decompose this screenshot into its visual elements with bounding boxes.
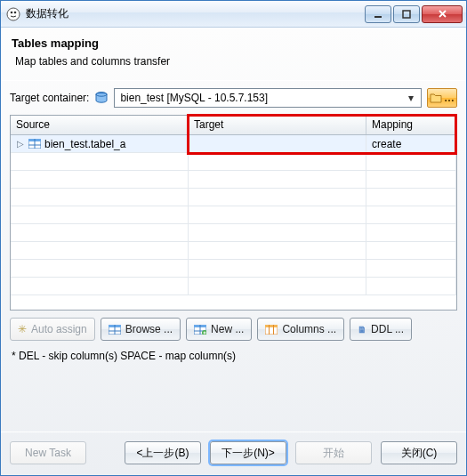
minimize-button[interactable]	[365, 5, 391, 23]
database-icon	[94, 91, 109, 105]
column-header-mapping[interactable]: Mapping	[366, 116, 456, 134]
target-container-label: Target container:	[10, 92, 89, 104]
window-title: 数据转化	[26, 6, 365, 21]
page-title: Tables mapping	[12, 36, 457, 50]
ddl-icon: 🗎	[358, 325, 366, 335]
svg-point-2	[14, 11, 17, 13]
table-row[interactable]: ▷ bien_test.tabel_a create	[11, 135, 456, 153]
close-button[interactable]: 关闭(C)	[381, 441, 457, 464]
back-button[interactable]: <上一步(B)	[125, 441, 201, 464]
expand-toggle-icon[interactable]: ▷	[16, 139, 25, 149]
columns-button[interactable]: Columns ...	[257, 318, 344, 341]
chevron-down-icon: ▾	[405, 92, 417, 104]
ddl-button[interactable]: 🗎 DDL ...	[350, 318, 412, 341]
wand-icon: ✳	[18, 323, 27, 335]
auto-assign-button[interactable]: ✳ Auto assign	[10, 318, 95, 341]
cell-source[interactable]: ▷ bien_test.tabel_a	[11, 135, 189, 152]
svg-rect-4	[403, 11, 410, 18]
svg-point-1	[11, 11, 13, 13]
table-header: Source Target Mapping	[11, 116, 456, 135]
titlebar: 数据转化	[1, 1, 466, 28]
svg-rect-21	[265, 325, 278, 327]
next-button[interactable]: 下一步(N)>	[210, 441, 286, 464]
new-button[interactable]: New ...	[186, 318, 252, 341]
svg-point-0	[7, 8, 20, 20]
columns-icon	[265, 325, 278, 335]
start-button[interactable]: 开始	[295, 441, 372, 464]
target-container-value: bien_test [MySQL - 10.5.7.153]	[120, 92, 268, 104]
table-icon	[28, 139, 41, 149]
hint-text: * DEL - skip column(s) SPACE - map colum…	[12, 350, 455, 362]
target-container-select[interactable]: bien_test [MySQL - 10.5.7.153] ▾	[114, 88, 422, 108]
browse-folder-button[interactable]: …	[427, 88, 457, 108]
table-new-icon	[194, 325, 206, 335]
close-window-button[interactable]	[422, 5, 463, 23]
ellipsis-icon: …	[444, 92, 455, 104]
column-header-target[interactable]: Target	[189, 116, 366, 134]
browse-button[interactable]: Browse ...	[101, 318, 181, 341]
cell-mapping[interactable]: create	[366, 135, 456, 152]
folder-icon	[430, 93, 442, 103]
cell-source-text: bien_test.tabel_a	[44, 138, 125, 150]
table-icon	[109, 325, 121, 335]
mapping-table[interactable]: Source Target Mapping ▷ bien_test.tabel_…	[10, 115, 457, 311]
column-header-source[interactable]: Source	[11, 116, 189, 134]
svg-rect-3	[374, 16, 382, 18]
new-task-button[interactable]: New Task	[10, 441, 86, 464]
app-icon	[6, 7, 20, 21]
maximize-button[interactable]	[393, 5, 420, 23]
cell-target[interactable]	[189, 135, 366, 152]
page-subtitle: Map tables and columns transfer	[15, 55, 457, 68]
